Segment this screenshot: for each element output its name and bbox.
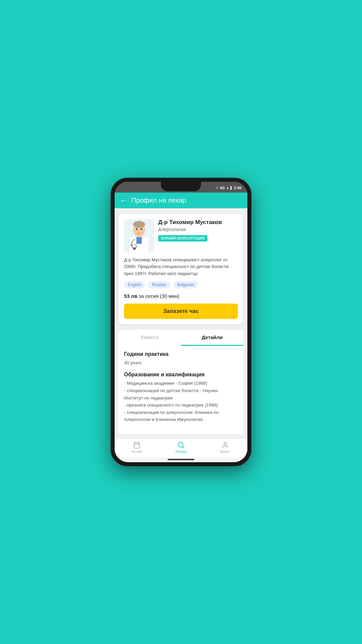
location-icon: ⊙ [216, 186, 219, 190]
doctor-card: Д-р Тихомир Мустаков Алергология ОНЛАЙН … [119, 214, 243, 324]
svg-point-6 [141, 228, 142, 230]
svg-rect-11 [134, 443, 140, 448]
page-title: Профил на лекар [131, 197, 186, 204]
doctor-info: Д-р Тихомир Мустаков Алергология ОНЛАЙН … [158, 219, 238, 253]
lang-english: English [124, 281, 145, 288]
years-title: Години практика [124, 351, 238, 357]
svg-point-17 [224, 442, 226, 445]
doctor-specialty: Алергология [158, 227, 238, 232]
price-value: 53 лв [124, 293, 137, 299]
doctor-header: Д-р Тихомир Мустаков Алергология ОНЛАЙН … [124, 219, 238, 253]
tab-details[interactable]: Детайли [181, 330, 243, 346]
nav-doctors-label: Лекари [175, 450, 186, 453]
home-indicator [168, 459, 194, 460]
tab-reviews[interactable]: Ревюта [119, 330, 181, 346]
profile-tabs: Ревюта Детайли [119, 330, 243, 346]
person-icon [222, 441, 229, 449]
nav-account-label: Акаунт [220, 450, 231, 453]
network-status: 4G [220, 186, 225, 190]
education-content: - Медицинска академия - София (1988) - с… [124, 380, 238, 423]
doctor-description: Д-р Тихомир Мустаков сепециалист алергол… [124, 257, 238, 277]
doctor-avatar [124, 219, 154, 253]
book-appointment-button[interactable]: Запазете час [124, 304, 238, 319]
svg-point-10 [133, 247, 136, 250]
price-detail: за сесия (30 мин) [137, 293, 179, 299]
doctor-name: Д-р Тихомир Мустаков [158, 219, 238, 226]
svg-point-7 [138, 231, 140, 232]
details-section: Години практика 30 years Образование и к… [119, 346, 243, 434]
svg-point-5 [136, 228, 138, 230]
lang-russian: Russian [148, 281, 170, 288]
calendar-icon [133, 441, 140, 449]
years-value: 30 years [124, 359, 238, 367]
nav-hours[interactable]: Часове [115, 441, 159, 453]
bottom-navigation: Часове Лекари Акаунт [115, 438, 247, 458]
main-content: Д-р Тихомир Мустаков Алергология ОНЛАЙН … [115, 208, 247, 438]
wifi-icon: ▲ [226, 186, 229, 190]
language-tags: English Russian Bulgarian [124, 281, 238, 288]
education-title: Образование и квалификация [124, 372, 238, 378]
svg-point-4 [133, 221, 145, 228]
online-consultation-badge: ОНЛАЙН КОНСУЛТАЦИЯ [158, 235, 207, 241]
svg-rect-8 [136, 237, 142, 244]
nav-hours-label: Часове [131, 450, 142, 453]
svg-line-16 [182, 446, 184, 448]
search-icon [177, 441, 185, 449]
nav-account[interactable]: Акаунт [203, 441, 247, 453]
price-display: 53 лв за сесия (30 мин) [124, 293, 238, 299]
signal-icon: ▌ [231, 186, 233, 190]
time-display: 2:49 [234, 186, 241, 190]
back-button[interactable]: ← [120, 197, 127, 204]
lang-bulgarian: Bulgarian [173, 281, 198, 288]
svg-point-9 [131, 244, 133, 246]
nav-doctors[interactable]: Лекари [159, 441, 203, 453]
app-header: ← Профил на лекар [115, 193, 247, 208]
